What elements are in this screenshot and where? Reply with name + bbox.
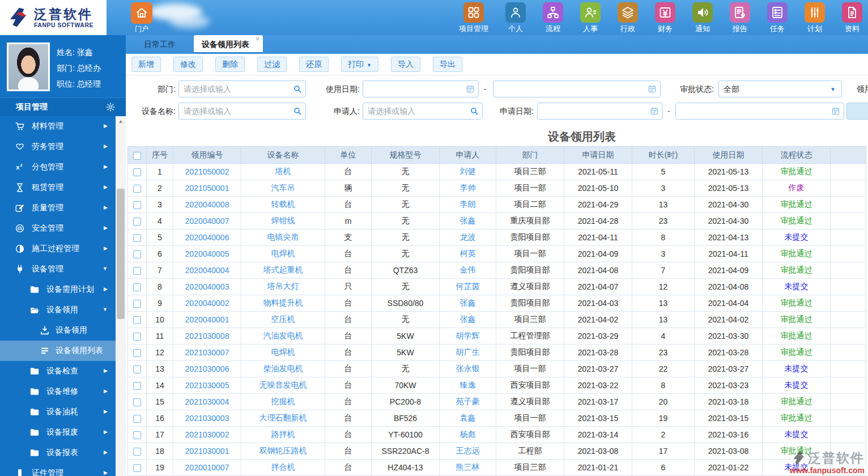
app-item[interactable]: 报告 [730,2,750,34]
row-checkbox[interactable] [133,250,141,258]
cell-device[interactable]: 塔吊大灯 [241,279,325,295]
cell-applicant[interactable]: 张鑫 [440,295,496,312]
cell-device[interactable]: 拌合机 [241,460,325,476]
cell-applicant[interactable]: 胡广生 [440,345,496,361]
cell-applicant[interactable]: 龙波 [440,230,496,246]
sidebar-item[interactable]: 设备领用 [0,320,116,341]
toolbar-button[interactable]: 修改 [173,57,203,72]
cell-code[interactable]: 2020040002 [173,295,241,312]
apply-date-start-input[interactable] [537,103,663,120]
row-checkbox[interactable] [133,333,141,341]
cell-device[interactable]: 路拌机 [241,427,325,443]
sidebar-item[interactable]: 施工过程管理▶ [0,239,116,259]
cell-applicant[interactable]: 胡学辉 [440,328,496,345]
app-item[interactable]: 资料 [842,2,862,34]
cell-code[interactable]: 2020010007 [173,460,241,476]
row-checkbox[interactable] [133,366,141,373]
use-date-start-input[interactable] [363,80,479,97]
cell-applicant[interactable]: 张鑫 [440,213,496,230]
sidebar-item[interactable]: 设备报表▶ [0,443,116,463]
app-item[interactable]: 行政 [618,2,638,34]
app-item[interactable]: 任务 [767,2,788,34]
sidebar-item[interactable]: 设备领用列表 [0,341,116,361]
cell-device[interactable]: 汽车吊 [241,180,325,197]
cell-code[interactable]: 2021050002 [173,164,241,180]
toolbar-button[interactable]: 过滤 [257,57,287,72]
cell-applicant[interactable]: 熊三林 [440,460,496,476]
row-checkbox[interactable] [133,398,141,406]
sidebar-item[interactable]: 材料管理▶ [0,116,116,137]
cell-status[interactable]: 审批通过 [763,213,831,230]
row-checkbox[interactable] [133,464,141,472]
close-icon[interactable]: × [256,30,259,49]
cell-device[interactable]: 塔式起重机 [241,262,325,279]
tab[interactable]: 日常工作 [136,35,184,54]
cell-applicant[interactable]: 臻逸 [440,377,496,394]
select-all-checkbox[interactable] [133,152,141,160]
row-checkbox[interactable] [133,431,141,439]
row-checkbox[interactable] [133,218,141,226]
cell-code[interactable]: 2021030008 [173,328,241,345]
cell-status[interactable]: 未提交 [763,377,831,394]
cell-device[interactable]: 焊钳线 [241,213,325,230]
cell-code[interactable]: 2020040004 [173,262,241,279]
cell-device[interactable]: 电焊机 [241,345,325,361]
row-checkbox[interactable] [133,283,141,291]
approval-status-select[interactable]: 全部 ▼ [718,80,842,97]
cell-device[interactable]: 双钢轮压路机 [241,443,325,460]
cell-code[interactable]: 2021030007 [173,345,241,361]
toolbar-button[interactable]: 新增 [131,57,161,72]
row-checkbox[interactable] [133,316,141,324]
cell-status[interactable]: 未提交 [763,427,831,443]
cell-code[interactable]: 2021030006 [173,361,241,377]
sidebar-item[interactable]: 设备管理▼ [0,259,116,279]
cell-status[interactable]: 审批通过 [763,262,831,279]
cell-status[interactable]: 审批通过 [763,312,831,328]
sidebar-item[interactable]: 设备维修▶ [0,381,116,402]
scrollbar-thumb[interactable] [117,189,125,319]
device-name-filter-input[interactable] [178,103,306,120]
cell-status[interactable]: 审批通过 [763,328,831,345]
app-item[interactable]: 人事 [580,2,601,34]
use-date-end-input[interactable] [493,80,661,97]
cell-code[interactable]: 2021050001 [173,180,241,197]
cell-code[interactable]: 2021030002 [173,427,241,443]
sidebar-scrollbar[interactable]: ▲ [116,116,126,476]
applicant-filter-input[interactable] [363,103,483,120]
scroll-up-icon[interactable]: ▲ [116,116,126,124]
row-checkbox[interactable] [133,382,141,390]
cell-status[interactable]: 审批通过 [763,295,831,312]
cell-code[interactable]: 2020040003 [173,279,241,295]
tab-active[interactable]: 设备领用列表× [194,35,263,54]
sidebar-item[interactable]: 设备检查▶ [0,361,116,381]
sidebar-item[interactable]: 设备领用▼ [0,300,116,320]
cell-applicant[interactable]: 何芷茵 [440,279,496,295]
cell-applicant[interactable]: 苑子豪 [440,394,496,410]
sidebar-item[interactable]: 设备报废▶ [0,422,116,443]
row-checkbox[interactable] [133,201,141,209]
cell-device[interactable]: 无噪音发电机 [241,377,325,394]
cell-applicant[interactable]: 金伟 [440,262,496,279]
sidebar-item[interactable]: 分包管理▶ [0,157,116,177]
cell-code[interactable]: 2021030001 [173,443,241,460]
cell-code[interactable]: 2020040001 [173,312,241,328]
toolbar-button[interactable]: 导出 [433,57,462,72]
cell-status[interactable]: 审批通过 [763,345,831,361]
cell-code[interactable]: 2021030003 [173,410,241,427]
sidebar-item[interactable]: 证件管理▶ [0,463,116,476]
sidebar-item[interactable]: 设备需用计划▶ [0,279,116,300]
cell-device[interactable]: 转载机 [241,197,325,213]
dept-filter-input[interactable] [178,80,306,97]
app-item[interactable]: 计划 [805,2,825,34]
cell-code[interactable]: 2020040008 [173,197,241,213]
cell-applicant[interactable]: 王志远 [440,443,496,460]
sidebar-item[interactable]: 租赁管理▶ [0,177,116,198]
cell-device[interactable]: 汽油发电机 [241,328,325,345]
row-checkbox[interactable] [133,168,141,176]
cell-device[interactable]: 空压机 [241,312,325,328]
cell-code[interactable]: 2020040006 [173,230,241,246]
row-checkbox[interactable] [133,300,141,308]
cell-device[interactable]: 电焊机 [241,246,325,262]
sidebar-item[interactable]: 设备油耗▶ [0,402,116,422]
row-checkbox[interactable] [133,234,141,242]
